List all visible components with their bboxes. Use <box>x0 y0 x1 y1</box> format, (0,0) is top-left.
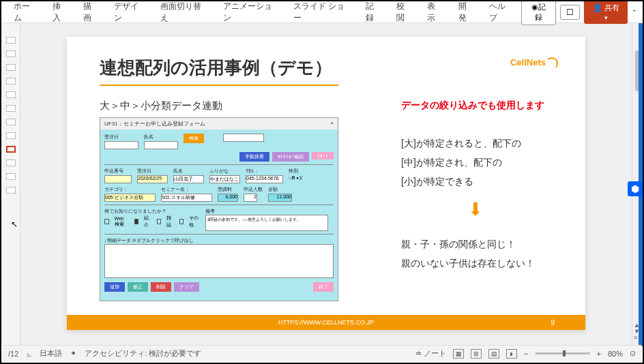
workspace: 連想配列の活用事例（デモ） CellNets 大＞中＞小分類データ連動 データの… <box>1 23 643 346</box>
del-btn: 削除 <box>151 282 171 292</box>
slide-title: 連想配列の活用事例（デモ） <box>100 56 332 80</box>
slide-thumb[interactable] <box>6 132 16 139</box>
share-button[interactable]: 👤 共有 ▾ <box>584 0 628 24</box>
record-button[interactable]: ◉記録 <box>521 0 557 25</box>
cursor-icon: ↖ <box>11 219 18 229</box>
right-text-block-1: [大]が特定されると、配下の [中]が特定され、配下の [小]が特定できる <box>401 134 544 191</box>
form-window-title: UF31：セミナーお申し込み登録フォーム × <box>100 118 338 130</box>
title-underline <box>100 85 338 86</box>
view-sorter-icon[interactable]: ⊞ <box>471 349 482 359</box>
thumbnail-panel[interactable] <box>1 23 20 346</box>
slide-thumb[interactable] <box>6 37 16 44</box>
logo-swirl-icon <box>546 57 558 70</box>
close-icon: × <box>330 120 334 127</box>
view-slideshow-icon[interactable]: ⏵ <box>506 349 517 359</box>
language-label[interactable]: 日本語 <box>40 348 62 359</box>
ribbon-bar: ホーム 挿入 描画 デザイン 画面切り替え アニメーション スライド ショー 記… <box>1 1 643 23</box>
a11y-icon[interactable]: ✦ <box>70 349 76 358</box>
zoom-level[interactable]: 80% <box>608 350 623 358</box>
fit-button[interactable]: ⊙ <box>630 349 636 358</box>
slide-footer: HTTPS://WWW.CELLNETS.CO.JP 9 <box>67 315 585 330</box>
slide-thumb[interactable] <box>6 91 16 98</box>
edit-btn: 修正 <box>128 282 148 292</box>
slide-subtitle: 大＞中＞小分類データ連動 <box>100 100 222 112</box>
accessibility-label[interactable]: アクセシビリティ: 検討が必要です <box>85 348 201 359</box>
view-normal-icon[interactable]: ▦ <box>453 349 464 359</box>
clear-btn: クリア <box>174 282 199 292</box>
dropbox-icon[interactable]: ⬢ <box>628 181 643 196</box>
lang-icon[interactable]: ⎁ <box>27 350 31 358</box>
zoom-handle[interactable] <box>563 350 566 357</box>
form-screenshot: UF31：セミナーお申し込み登録フォーム × 受注日 氏名 検索 手動採番 ｺﾚ… <box>100 117 338 301</box>
add-btn: 追加 <box>104 282 125 292</box>
slide-thumb[interactable] <box>6 50 16 57</box>
slide-thumb[interactable] <box>6 78 16 85</box>
share-icon: 👤 <box>593 3 602 12</box>
comment-button[interactable]: ☐ <box>560 5 580 20</box>
slide-thumb[interactable] <box>6 119 16 125</box>
search-btn: 検索 <box>184 134 204 143</box>
view-reading-icon[interactable]: ▤ <box>488 349 499 359</box>
slide-thumb[interactable] <box>6 160 16 166</box>
slide-thumb[interactable] <box>6 173 16 180</box>
notes-button[interactable]: ≐ ノート <box>415 348 446 359</box>
manual-btn: 手動採番 <box>239 152 269 162</box>
slide-thumb[interactable] <box>6 64 16 71</box>
slide-thumb[interactable] <box>6 105 16 112</box>
ribbon-collapse-icon[interactable]: ⌃ <box>632 9 637 16</box>
red-caption: データの絞り込みでも使用します <box>401 100 544 112</box>
reset-btn: ﾘｾｯﾄ <box>312 152 334 160</box>
slide-thumb[interactable] <box>6 187 16 194</box>
slide-thumb-current[interactable] <box>6 146 16 153</box>
logo: CellNets <box>510 57 558 70</box>
zoom-out-button[interactable]: − <box>524 350 528 358</box>
end-btn: 終了 <box>313 282 334 292</box>
zoom-slider[interactable] <box>536 352 590 354</box>
status-bar: /12 ⎁ 日本語 ✦ アクセシビリティ: 検討が必要です ≐ ノート ▦ ⊞ … <box>3 345 641 361</box>
slide-page-number: 9 <box>551 319 555 327</box>
chevron-down-icon: ▾ <box>604 14 608 21</box>
slide: 連想配列の活用事例（デモ） CellNets 大＞中＞小分類データ連動 データの… <box>67 37 585 330</box>
slide-canvas[interactable]: 連想配列の活用事例（デモ） CellNets 大＞中＞小分類データ連動 データの… <box>20 23 632 346</box>
arrow-down-icon: ⬇ <box>468 199 483 220</box>
coll-btn: ｺﾚｸｼｮﾝ確認 <box>272 152 309 162</box>
zoom-in-button[interactable]: + <box>597 350 601 358</box>
right-text-block-2: 親・子・孫の関係と同じ！ 親のいない子供は存在しない！ <box>401 234 544 273</box>
slide-counter: /12 <box>8 350 18 358</box>
